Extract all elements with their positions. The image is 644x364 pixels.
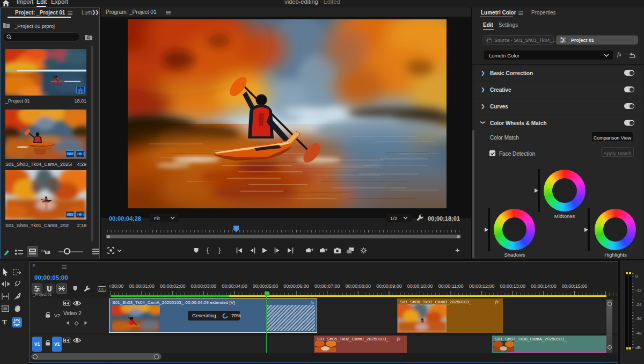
svg-text:00;00;03;00: 00;00;03;00 [191,283,217,289]
svg-text:00;00;14;00: 00;00;14;00 [531,283,557,289]
svg-text:00;00;04;00: 00;00;04;00 [222,283,247,289]
svg-text:00;00;00;00: 00;00;00;00 [109,283,123,289]
svg-text:00;00;12;00: 00;00;12;00 [469,283,495,289]
svg-text:00;00;07;00: 00;00;07;00 [314,283,340,289]
svg-text:00;00;13;00: 00;00;13;00 [500,283,526,289]
svg-text:00;00;01;00: 00;00;01;00 [129,283,155,289]
svg-text:FF: FF [41,249,45,253]
svg-text:CC: CC [99,287,105,291]
svg-text:00;00;05;00: 00;00;05;00 [253,283,279,289]
svg-text:00;00;06;00: 00;00;06;00 [283,283,309,289]
svg-text:00;00;09;00: 00;00;09;00 [376,283,402,289]
svg-text:00;00;11;00: 00;00;11;00 [438,283,464,289]
svg-text:00;00;08;00: 00;00;08;00 [346,283,371,289]
svg-text:00;00;02;00: 00;00;02;00 [160,283,186,289]
svg-text:00;00;15;00: 00;00;15;00 [562,283,588,289]
svg-text:00;00;10;00: 00;00;10;00 [407,283,433,289]
